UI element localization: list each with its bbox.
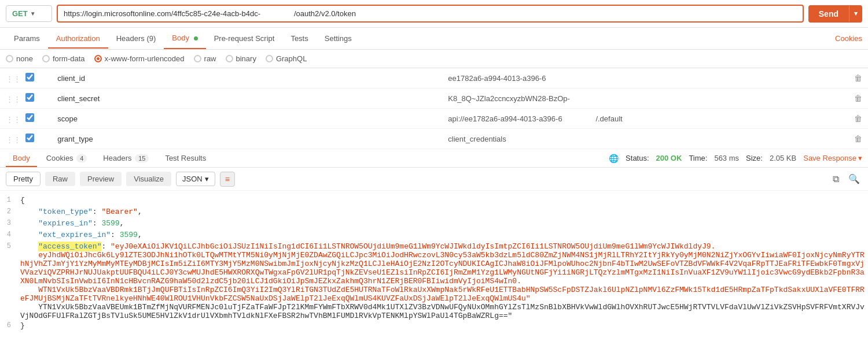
resp-tab-body[interactable]: Body [6,149,37,167]
tab-authorization[interactable]: Authorization [48,28,108,49]
status-value: 200 OK [656,154,682,162]
body-dot [194,36,198,40]
method-label: GET [12,9,28,18]
field-checkbox-3[interactable] [25,134,34,142]
form-table: ⋮⋮ 🗑 ⋮⋮ 🗑 ⋮⋮ 🗑 ⋮⋮ [0,68,868,149]
field-value-0[interactable] [448,74,827,83]
line-number: 4 [0,231,20,239]
send-button-label: Send [808,5,849,23]
tab-params[interactable]: Params [6,28,48,49]
json-line: 2 "token_type": "Bearer", [0,207,868,218]
size-label: Size: [746,154,763,162]
json-actions: ⧉ 🔍 [830,171,862,187]
radio-binary [226,55,233,62]
field-key-3[interactable] [57,135,436,143]
radio-raw [194,55,201,62]
tab-body[interactable]: Body [164,28,205,49]
radio-none [6,55,13,62]
field-checkbox-0[interactable] [25,73,34,81]
method-chevron-icon: ▼ [30,10,36,17]
field-value-1[interactable] [448,94,827,103]
line-content: } [20,321,868,330]
body-type-graphql[interactable]: GraphQL [266,54,307,63]
globe-icon: 🌐 [609,154,619,163]
field-value-2[interactable] [448,114,827,123]
json-line-access-token: 5 "access_token": "eyJ0eXAiOiJKV1QiLCJhb… [0,242,868,321]
resp-tab-cookies[interactable]: Cookies 4 [39,149,94,167]
line-content: "access_token": "eyJ0eXAiOiJKV1QiLCJhbGc… [20,242,868,320]
radio-urlencoded [94,55,102,62]
json-toolbar: Pretty Raw Preview Visualize JSON ▾ ≡ ⧉ … [0,168,868,191]
line-number: 3 [0,219,20,227]
tab-tests[interactable]: Tests [282,28,316,49]
field-checkbox-2[interactable] [25,113,34,122]
body-type-row: none form-data x-www-form-urlencoded raw… [0,50,868,68]
method-select[interactable]: GET ▼ [6,5,52,22]
delete-field-0-icon[interactable]: 🗑 [854,73,862,83]
preview-button[interactable]: Preview [80,172,122,186]
json-line: 3 "expires_in": 3599, [0,218,868,230]
cookies-badge: 4 [76,154,87,162]
body-type-none[interactable]: none [6,54,33,63]
line-number: 2 [0,208,20,216]
drag-handle: ⋮⋮ [6,75,21,83]
field-value-3[interactable] [448,135,827,143]
search-icon-button[interactable]: 🔍 [846,171,862,187]
json-line: 4 "ext_expires_in": 3599, [0,230,868,242]
radio-graphql [266,55,273,62]
time-label: Time: [689,154,707,162]
json-line: 6} [0,321,868,332]
time-value: 563 ms [714,154,739,162]
json-line: 1{ [0,195,868,207]
tab-headers[interactable]: Headers (9) [108,28,164,49]
drag-handle: ⋮⋮ [6,115,21,124]
resp-tab-test-results[interactable]: Test Results [158,149,213,167]
line-content: "ext_expires_in": 3599, [20,231,868,239]
body-type-raw[interactable]: raw [194,54,216,63]
line-content: "expires_in": 3599, [20,219,868,228]
visualize-button[interactable]: Visualize [126,172,171,186]
line-number: 6 [0,321,20,329]
send-dropdown-icon[interactable]: ▾ [849,6,862,21]
send-button[interactable]: Send ▾ [808,5,862,23]
line-content: "token_type": "Bearer", [20,208,868,216]
table-row: ⋮⋮ 🗑 [0,88,868,109]
line-content: { [20,196,868,205]
form-fields-container: ⋮⋮ 🗑 ⋮⋮ 🗑 ⋮⋮ 🗑 ⋮⋮ [0,68,868,149]
response-status-info: 🌐 Status: 200 OK Time: 563 ms Size: 2.05… [609,154,862,163]
table-row: ⋮⋮ 🗑 [0,68,868,88]
delete-field-1-icon[interactable]: 🗑 [854,94,862,103]
field-key-0[interactable] [57,74,436,83]
body-type-binary[interactable]: binary [226,54,256,63]
field-key-1[interactable] [57,94,436,103]
delete-field-3-icon[interactable]: 🗑 [854,134,862,143]
radio-form-data [42,55,50,62]
delete-field-2-icon[interactable]: 🗑 [854,114,862,123]
drag-handle: ⋮⋮ [6,135,21,144]
line-number: 5 [0,242,20,250]
tab-pre-request[interactable]: Pre-request Script [206,28,283,49]
pretty-button[interactable]: Pretty [6,172,41,186]
drag-handle: ⋮⋮ [6,95,21,103]
resp-tab-headers[interactable]: Headers 15 [96,149,156,167]
field-checkbox-1[interactable] [25,93,34,102]
status-label: Status: [626,154,649,162]
body-type-urlencoded[interactable]: x-www-form-urlencoded [94,54,185,63]
save-response-chevron-icon: ▾ [858,154,862,162]
json-format-select[interactable]: JSON ▾ [176,172,215,186]
cookies-link[interactable]: Cookies [835,34,862,43]
format-chevron-icon: ▾ [205,175,209,183]
filter-icon-button[interactable]: ≡ [220,172,235,187]
body-type-form-data[interactable]: form-data [42,54,85,63]
nav-tabs: Params Authorization Headers (9) Body Pr… [0,28,868,50]
headers-badge: 15 [135,154,149,162]
copy-icon-button[interactable]: ⧉ [830,171,841,187]
tab-settings[interactable]: Settings [317,28,360,49]
size-value: 2.05 KB [770,154,796,162]
url-input[interactable] [57,5,804,23]
raw-button[interactable]: Raw [45,172,75,186]
table-row: ⋮⋮ 🗑 [0,129,868,149]
save-response-button[interactable]: Save Response ▾ [803,154,862,162]
field-key-2[interactable] [57,114,436,123]
json-content[interactable]: 1{2 "token_type": "Bearer",3 "expires_in… [0,191,868,352]
